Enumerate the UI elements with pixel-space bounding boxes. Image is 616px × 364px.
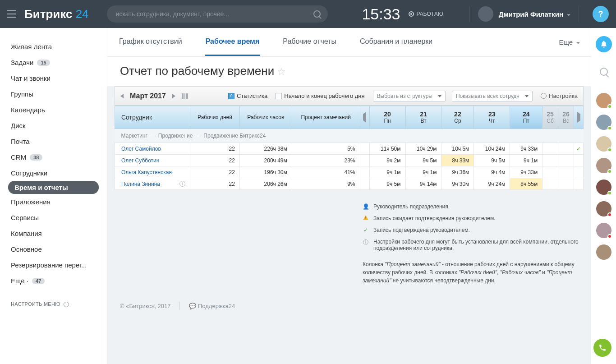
sidebar-item-label: Компания xyxy=(11,230,42,237)
contact-avatar[interactable] xyxy=(596,223,611,238)
employee-link[interactable]: Олег Самойлов xyxy=(121,146,161,152)
support-link[interactable]: 💬 Поддержка24 xyxy=(189,303,235,309)
sidebar-item[interactable]: Календарь xyxy=(0,102,107,118)
col-day: 21Вт xyxy=(405,106,441,129)
contact-avatar[interactable] xyxy=(596,136,611,152)
search-input[interactable] xyxy=(107,5,328,23)
gear-icon xyxy=(541,93,547,99)
table-row: Ольга Капустянская22196ч 30м41%9ч 1м9ч 1… xyxy=(115,166,584,178)
col-day: 23Чт xyxy=(474,106,510,129)
col-remarks: Процент замечаний xyxy=(292,106,360,129)
record-icon xyxy=(409,11,414,17)
chevron-left-icon[interactable] xyxy=(363,112,366,123)
contact-avatar[interactable] xyxy=(596,115,611,130)
clock: 15:33 xyxy=(362,5,400,23)
sidebar-item[interactable]: Группы xyxy=(0,86,107,102)
table-row: Олег Субботин22200ч 49м23%9ч 2м9ч 5м8ч 3… xyxy=(115,155,584,166)
table-row: Полина Зининаi22206ч 26м9%9ч 5м9ч 14м9ч … xyxy=(115,178,584,190)
sidebar-item[interactable]: Ещё ·47 xyxy=(0,273,107,289)
col-day: 24Пт xyxy=(510,106,542,129)
sidebar-item-label: Время и отчеты xyxy=(14,184,68,191)
sidebar-item[interactable]: Время и отчеты xyxy=(8,181,99,194)
table-row: Олег Самойлов22226ч 38м5%11ч 50м10ч 29м1… xyxy=(115,143,584,155)
tab-meetings[interactable]: Собрания и планерки xyxy=(359,28,433,56)
contact-avatar[interactable] xyxy=(596,158,611,173)
search-icon[interactable] xyxy=(600,68,608,76)
sidebar-item[interactable]: Сервисы xyxy=(0,210,107,226)
sidebar-item[interactable]: Почта xyxy=(0,134,107,149)
search-icon[interactable] xyxy=(313,10,321,18)
right-rail xyxy=(591,28,616,364)
structure-select[interactable]: Выбрать из структуры xyxy=(373,91,446,101)
tab-worktime[interactable]: Рабочее время xyxy=(205,28,261,56)
count-badge: 15 xyxy=(37,60,50,66)
sidebar-item-label: Сервисы xyxy=(11,214,39,221)
help-button[interactable]: ? xyxy=(593,6,609,22)
sidebar-item[interactable]: Чат и звонки xyxy=(0,70,107,86)
legend: 👤Руководитель подразделения. Запись ожид… xyxy=(363,201,584,285)
sidebar-item-label: Ещё · xyxy=(11,277,28,285)
sidebar-item-label: Резервирование перег... xyxy=(11,261,87,269)
employee-link[interactable]: Полина Зинина xyxy=(121,181,160,187)
hamburger-icon[interactable] xyxy=(7,10,16,18)
prev-period-icon[interactable] xyxy=(120,94,124,98)
contact-avatar[interactable] xyxy=(596,93,611,108)
check-icon: ✓ xyxy=(363,227,369,233)
chevron-right-icon[interactable] xyxy=(577,112,580,123)
star-icon[interactable]: ☆ xyxy=(277,66,286,77)
sidebar-item-label: Основное xyxy=(11,245,42,253)
call-button[interactable] xyxy=(593,339,611,357)
notifications-button[interactable] xyxy=(596,36,612,52)
sidebar-item[interactable]: Резервирование перег... xyxy=(0,257,107,273)
username[interactable]: Дмитрий Филаткин xyxy=(499,10,570,18)
scroll-left xyxy=(360,106,369,129)
col-workhours: Рабочих часов xyxy=(239,106,292,129)
sidebar-item[interactable]: Диск xyxy=(0,118,107,134)
sidebar-item[interactable]: Компания xyxy=(0,226,107,241)
show-select[interactable]: Показывать всех сотрудн xyxy=(452,91,533,101)
chevron-down-icon xyxy=(567,14,570,16)
contact-avatar[interactable] xyxy=(596,180,611,195)
sidebar-item-label: Задачи xyxy=(11,59,33,66)
user-avatar[interactable] xyxy=(478,6,493,22)
sidebar-item[interactable]: Приложения xyxy=(0,194,107,210)
tab-reports[interactable]: Рабочие отчеты xyxy=(282,28,337,56)
contact-avatar[interactable] xyxy=(596,201,611,217)
sidebar-item-label: Календарь xyxy=(11,106,45,114)
col-day: 20Пн xyxy=(369,106,405,129)
sidebar-item-label: Живая лента xyxy=(11,43,52,51)
warning-icon xyxy=(363,215,369,221)
work-status[interactable]: РАБОТАЮ xyxy=(409,11,443,17)
sidebar-item[interactable]: CRM38 xyxy=(0,149,107,165)
sidebar-item[interactable]: Задачи15 xyxy=(0,55,107,70)
day-bounds-checkbox[interactable]: Начало и конец рабочего дня xyxy=(276,92,364,100)
person-icon: 👤 xyxy=(363,203,369,210)
info-icon[interactable]: i xyxy=(179,181,185,187)
tabs-more[interactable]: Еще xyxy=(559,38,580,46)
sidebar-item[interactable]: Сотрудники xyxy=(0,165,107,181)
calendar-picker-icon[interactable] xyxy=(182,93,188,99)
page-title: Отчет по рабочему времени☆ xyxy=(107,57,591,86)
sidebar-item[interactable]: Основное xyxy=(0,241,107,257)
sidebar-item-label: Почта xyxy=(11,138,30,145)
scroll-right xyxy=(574,106,584,129)
configure-menu[interactable]: НАСТРОИТЬ МЕНЮ xyxy=(0,289,107,307)
employee-link[interactable]: Олег Субботин xyxy=(121,157,159,164)
logo[interactable]: Битрикс 24 xyxy=(24,7,89,21)
stats-checkbox[interactable]: Статистика xyxy=(228,92,267,100)
next-period-icon[interactable] xyxy=(172,94,175,98)
gear-icon xyxy=(64,302,69,307)
sidebar-item-label: Группы xyxy=(11,90,33,98)
tab-absence[interactable]: График отсутствий xyxy=(118,28,183,56)
worktime-table: СотрудникРабочих днейРабочих часовПроцен… xyxy=(115,106,584,190)
employee-link[interactable]: Ольга Капустянская xyxy=(121,169,172,175)
sidebar: Живая лентаЗадачи15Чат и звонкиГруппыКал… xyxy=(0,28,107,364)
main-content: График отсутствий Рабочее время Рабочие … xyxy=(107,28,591,364)
settings-link[interactable]: Настройка xyxy=(541,92,578,99)
sidebar-item[interactable]: Живая лента xyxy=(0,39,107,55)
col-workdays: Рабочих дней xyxy=(190,106,240,129)
count-badge: 38 xyxy=(30,154,42,161)
count-badge: 47 xyxy=(32,278,45,284)
check-icon: ✓ xyxy=(574,143,584,155)
contact-avatar[interactable] xyxy=(596,244,611,260)
